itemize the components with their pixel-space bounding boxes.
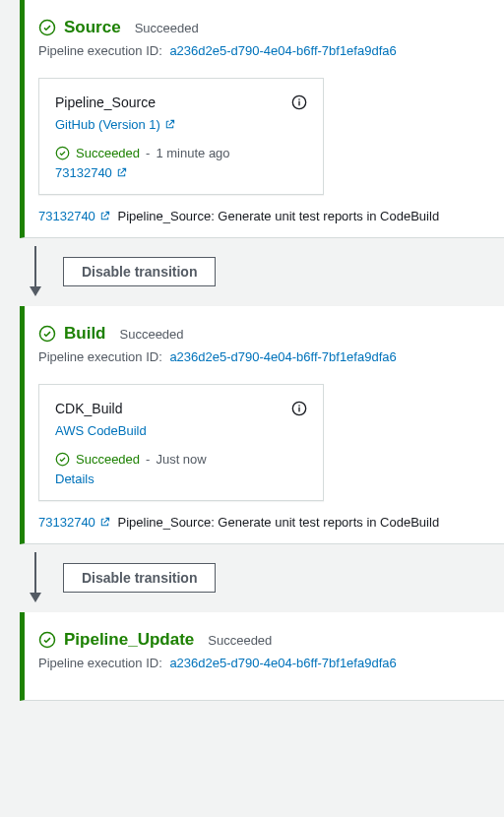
success-icon [38,631,56,649]
exec-label: Pipeline execution ID: [38,656,162,670]
stage-pipeline-update: Pipeline_Update Succeeded Pipeline execu… [20,612,504,701]
stage-build-header: Build Succeeded [38,324,490,344]
action-card-build: CDK_Build AWS CodeBuild Succeeded - Just… [38,384,324,501]
stage-source: Source Succeeded Pipeline execution ID: … [20,0,504,238]
action-status-row-source: Succeeded - 1 minute ago [55,146,307,160]
action-name-source: Pipeline_Source [55,94,156,110]
info-icon[interactable] [291,401,307,416]
stage-build-title: Build [64,324,106,344]
external-link-icon [164,119,175,130]
svg-point-7 [298,405,300,407]
disable-transition-button-1[interactable]: Disable transition [63,257,216,286]
stage-pipeline-update-title: Pipeline_Update [64,630,194,650]
success-icon [55,146,70,160]
commit-sha-source: 73132740 [55,165,112,180]
footer-commit-sha: 73132740 [38,209,95,223]
stage-build-status: Succeeded [120,327,184,342]
stage-source-header: Source Succeeded [38,18,490,37]
dash: - [146,452,150,467]
success-icon [55,452,70,467]
exec-id-link[interactable]: a236d2e5-d790-4e04-b6ff-7bf1efa9dfa6 [169,349,396,364]
stage-pipeline-update-status: Succeeded [208,633,272,648]
provider-link-build[interactable]: AWS CodeBuild [55,423,147,438]
footer-commit-link-source[interactable]: 73132740 [38,209,110,223]
svg-point-5 [40,327,55,342]
svg-point-0 [40,21,55,35]
action-time-build: Just now [156,452,206,467]
stage-source-title: Source [64,18,121,37]
action-status-text-source: Succeeded [76,146,140,160]
provider-text-build: AWS CodeBuild [55,423,147,438]
action-status-text-build: Succeeded [76,452,140,467]
external-link-icon [99,517,110,528]
exec-row-build: Pipeline execution ID: a236d2e5-d790-4e0… [38,349,490,364]
details-link-build[interactable]: Details [55,471,94,486]
info-icon[interactable] [291,94,307,110]
provider-text-source: GitHub (Version 1) [55,117,160,132]
footer-msg-source: Pipeline_Source: Generate unit test repo… [117,209,439,223]
success-icon [38,325,56,343]
provider-link-source[interactable]: GitHub (Version 1) [55,117,175,132]
svg-rect-8 [298,408,299,412]
transition-2: Disable transition [30,544,504,612]
exec-row-source: Pipeline execution ID: a236d2e5-d790-4e0… [38,43,490,58]
success-icon [38,19,56,36]
footer-msg-build: Pipeline_Source: Generate unit test repo… [117,515,439,530]
svg-rect-3 [298,101,299,106]
stage-build: Build Succeeded Pipeline execution ID: a… [20,306,504,544]
stage-pipeline-update-header: Pipeline_Update Succeeded [38,630,490,650]
stage-source-status: Succeeded [135,21,199,35]
arrow-down-icon [30,246,41,296]
transition-1: Disable transition [30,238,504,306]
external-link-icon [99,211,110,221]
svg-point-4 [56,147,69,159]
footer-commit-link-build[interactable]: 73132740 [38,515,110,530]
action-name-build: CDK_Build [55,401,122,416]
arrow-down-icon [30,552,41,602]
svg-point-9 [56,453,69,466]
exec-label: Pipeline execution ID: [38,349,162,364]
disable-transition-button-2[interactable]: Disable transition [63,563,216,593]
commit-link-source[interactable]: 73132740 [55,165,127,180]
exec-row-pipeline-update: Pipeline execution ID: a236d2e5-d790-4e0… [38,656,490,670]
action-status-row-build: Succeeded - Just now [55,452,307,467]
action-card-source: Pipeline_Source GitHub (Version 1) Succe… [38,78,324,195]
stage-build-footer: 73132740 Pipeline_Source: Generate unit … [38,515,490,530]
svg-point-10 [40,633,55,648]
exec-id-link[interactable]: a236d2e5-d790-4e04-b6ff-7bf1efa9dfa6 [169,43,396,58]
external-link-icon [116,167,127,178]
exec-id-link[interactable]: a236d2e5-d790-4e04-b6ff-7bf1efa9dfa6 [169,656,396,670]
exec-label: Pipeline execution ID: [38,43,162,58]
dash: - [146,146,150,160]
svg-point-2 [298,98,300,100]
footer-commit-sha: 73132740 [38,515,95,530]
action-time-source: 1 minute ago [156,146,229,160]
stage-source-footer: 73132740 Pipeline_Source: Generate unit … [38,209,490,223]
